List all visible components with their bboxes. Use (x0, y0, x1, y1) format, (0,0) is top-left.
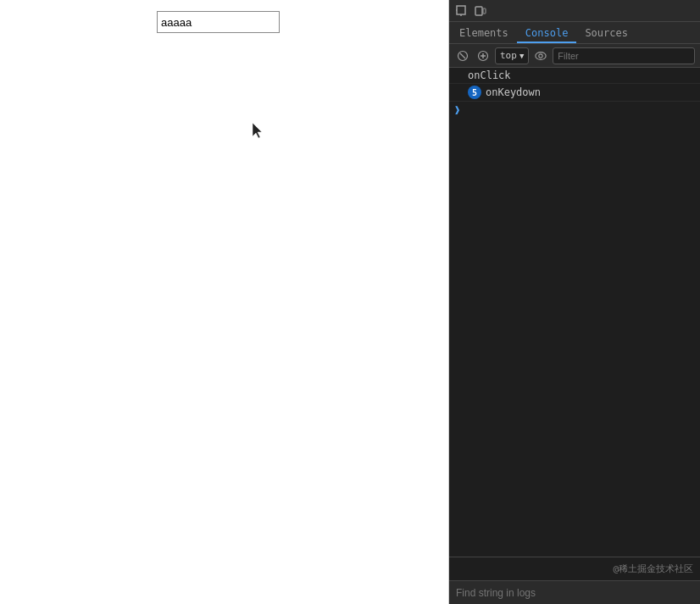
devtools-panel: Elements Console Sources top ▼ (449, 0, 700, 604)
console-row-onkeydown[interactable]: 5 onKeydown (449, 84, 700, 102)
dropdown-arrow-icon: ▼ (519, 52, 524, 60)
console-row-onclick[interactable]: onClick (449, 68, 700, 84)
devtools-bottom-bar: @稀土掘金技术社区 (449, 557, 700, 580)
svg-point-11 (536, 52, 546, 59)
svg-rect-5 (483, 8, 486, 14)
browser-page (0, 0, 449, 604)
find-string-input[interactable] (456, 587, 693, 599)
tab-elements[interactable]: Elements (451, 25, 517, 43)
context-selector[interactable]: top ▼ (495, 47, 529, 64)
svg-point-12 (539, 53, 542, 57)
prompt-chevron-icon: ❱ (454, 104, 460, 116)
inspect-icon[interactable] (453, 2, 471, 20)
tab-sources[interactable]: Sources (576, 25, 636, 43)
device-toolbar-icon[interactable] (471, 2, 490, 20)
tab-console[interactable]: Console (517, 25, 577, 43)
svg-rect-4 (475, 7, 482, 15)
console-prompt-row[interactable]: ❱ (449, 102, 700, 119)
cursor-pointer (253, 123, 264, 138)
find-string-bar (449, 580, 700, 604)
count-badge: 5 (468, 86, 481, 99)
onclick-text: onClick (468, 69, 511, 81)
preserve-log-icon[interactable] (475, 47, 492, 64)
eye-icon[interactable] (532, 47, 549, 64)
watermark-text: @稀土掘金技术社区 (613, 562, 693, 575)
filter-input[interactable] (553, 47, 695, 64)
context-label: top (500, 50, 517, 61)
onkeydown-text: onKeydown (486, 86, 541, 98)
devtools-top-toolbar (449, 0, 700, 22)
console-toolbar: top ▼ (449, 44, 700, 68)
clear-console-icon[interactable] (454, 47, 471, 64)
svg-marker-0 (253, 123, 262, 138)
svg-rect-1 (457, 6, 465, 14)
devtools-tabs: Elements Console Sources (449, 22, 700, 44)
svg-line-7 (460, 53, 465, 58)
console-content: onClick 5 onKeydown ❱ (449, 68, 700, 557)
page-text-input[interactable] (157, 11, 280, 33)
